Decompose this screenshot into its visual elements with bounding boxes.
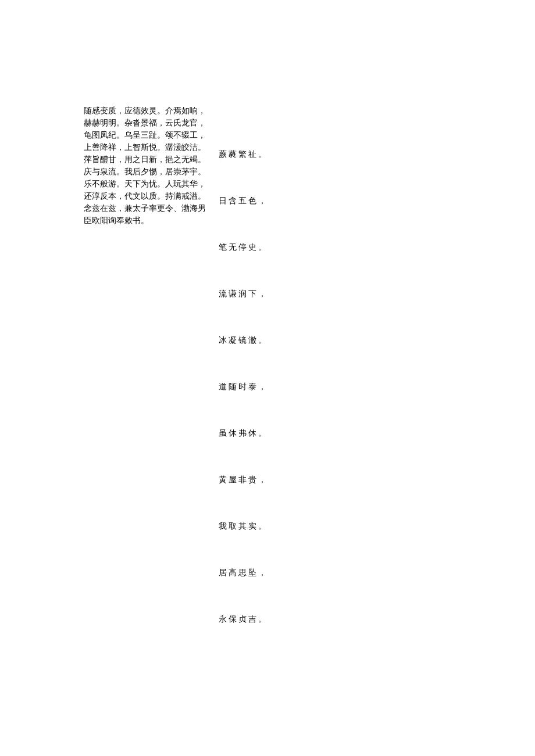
right-line: 蕨蕤繁祉。 <box>219 149 277 160</box>
right-line: 永保贞吉。 <box>219 614 277 625</box>
right-line: 日含五色， <box>219 196 277 206</box>
right-text-column: 蕨蕤繁祉。 日含五色， 笔无停史。 流谦润下， 冰凝镜澈。 道随时泰， 虽休弗休… <box>219 149 277 625</box>
right-line: 我取其实。 <box>219 521 277 532</box>
right-line: 道随时泰， <box>219 382 277 392</box>
left-paragraph-text: 随感变质，应德效灵。介焉如响，赫赫明明。杂沓景福，云氏龙官，龟图凤纪。乌呈三趾。… <box>84 106 206 225</box>
right-line: 流谦润下， <box>219 289 277 299</box>
right-line: 笔无停史。 <box>219 242 277 253</box>
right-line: 冰凝镜澈。 <box>219 335 277 346</box>
right-line: 虽休弗休。 <box>219 428 277 439</box>
left-text-block: 随感变质，应德效灵。介焉如响，赫赫明明。杂沓景福，云氏龙官，龟图凤纪。乌呈三趾。… <box>84 105 206 227</box>
right-line: 黄屋非贵， <box>219 475 277 485</box>
right-line: 居高思坠， <box>219 568 277 578</box>
